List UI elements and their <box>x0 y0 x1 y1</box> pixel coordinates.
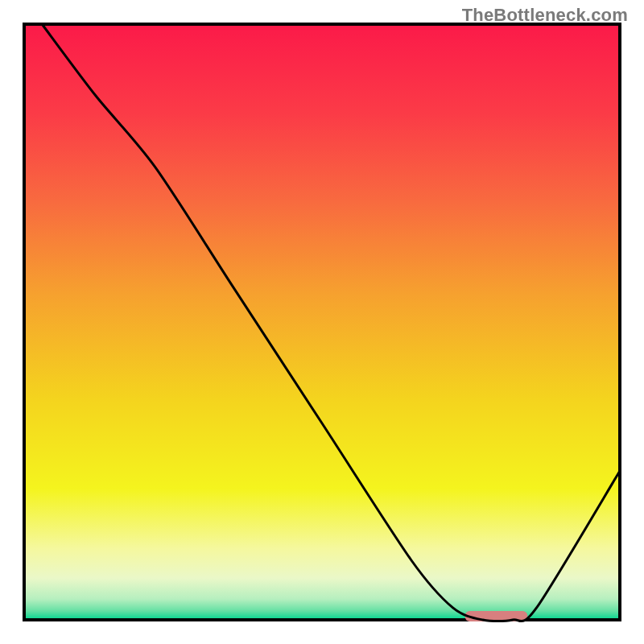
chart-svg <box>0 0 644 644</box>
plot-background <box>24 24 620 620</box>
chart-canvas: TheBottleneck.com <box>0 0 644 644</box>
